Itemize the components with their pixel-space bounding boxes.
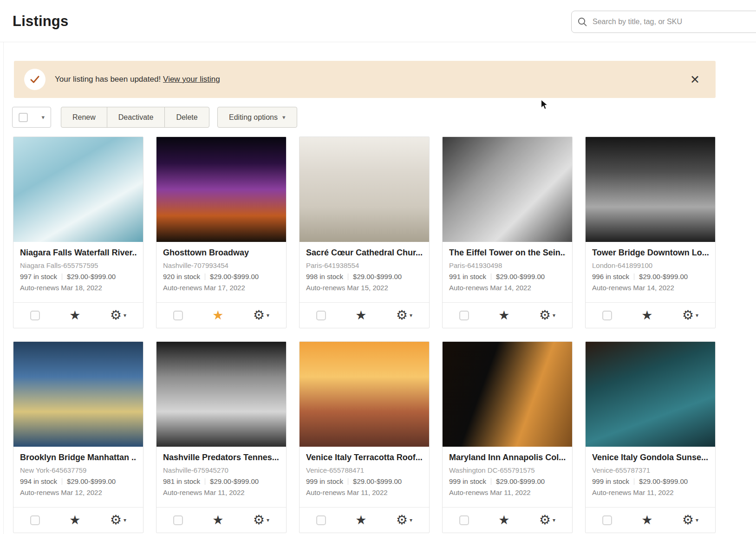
star-icon[interactable]: ★ <box>355 514 366 527</box>
editing-options-button[interactable]: Editing options ▾ <box>217 107 297 128</box>
delete-button[interactable]: Delete <box>164 107 209 128</box>
banner-message: Your listing has been updated!View your … <box>55 75 220 84</box>
deactivate-button[interactable]: Deactivate <box>107 107 165 128</box>
listing-photo[interactable] <box>443 342 572 447</box>
listing-title[interactable]: Ghosttown Broadway <box>163 248 280 258</box>
listing-checkbox[interactable] <box>173 311 183 320</box>
listing-renew-date: Auto-renews Mar 11, 2022 <box>592 488 709 496</box>
listing-title[interactable]: Brooklyn Bridge Manhattan ... <box>20 453 137 462</box>
star-icon[interactable]: ★ <box>641 309 652 322</box>
listing-title[interactable]: Tower Bridge Downtown Lo... <box>592 248 709 258</box>
listing-card: Sacré Cœur Cathedral Chur... Paris-64193… <box>299 137 430 328</box>
listing-checkbox[interactable] <box>602 311 612 320</box>
listing-checkbox[interactable] <box>30 515 40 525</box>
listing-title[interactable]: Maryland Inn Annapolis Col... <box>449 453 566 462</box>
star-icon[interactable]: ★ <box>69 309 80 322</box>
listing-checkbox[interactable] <box>459 515 469 525</box>
listing-sku: Venice-655788471 <box>306 466 423 474</box>
listing-title[interactable]: Niagara Falls Waterfall River... <box>20 248 137 258</box>
listing-renew-date: Auto-renews Mar 18, 2022 <box>20 284 137 292</box>
listing-options-control[interactable]: ⚙ ▾ <box>682 514 698 527</box>
listing-price: $29.00-$999.00 <box>210 477 259 485</box>
star-icon[interactable]: ★ <box>641 514 652 527</box>
listing-title[interactable]: The Eiffel Tower on the Sein... <box>449 248 566 258</box>
star-icon[interactable]: ★ <box>69 514 80 527</box>
search-input[interactable] <box>592 17 756 26</box>
listing-options-control[interactable]: ⚙ ▾ <box>253 514 269 527</box>
listing-checkbox[interactable] <box>316 515 326 525</box>
caret-down-icon: ▾ <box>553 517 555 523</box>
listing-photo[interactable] <box>586 342 715 447</box>
listing-info: Tower Bridge Downtown Lo... London-64189… <box>586 242 715 302</box>
gear-icon[interactable]: ⚙ <box>539 309 551 322</box>
listing-photo[interactable] <box>300 137 429 242</box>
caret-down-icon[interactable]: ▾ <box>41 114 45 120</box>
listing-checkbox[interactable] <box>316 311 326 320</box>
view-listing-link[interactable]: View your listing <box>163 75 220 84</box>
listing-checkbox[interactable] <box>459 311 469 320</box>
listing-stock-row: 991 in stock $29.00-$999.00 <box>449 273 566 280</box>
caret-down-icon: ▾ <box>410 313 412 318</box>
listing-sku: Paris-641930498 <box>449 261 566 269</box>
listing-title[interactable]: Venice Italy Gondola Sunse... <box>592 453 709 462</box>
star-icon[interactable]: ★ <box>498 514 509 527</box>
gear-icon[interactable]: ⚙ <box>253 514 265 527</box>
listing-price: $29.00-$999.00 <box>67 273 116 280</box>
listing-info: Venice Italy Gondola Sunse... Venice-655… <box>586 447 715 507</box>
divider <box>491 274 491 280</box>
listing-photo[interactable] <box>156 137 286 242</box>
caret-down-icon: ▾ <box>696 313 698 318</box>
listing-sku: Nashville-707993454 <box>163 261 280 269</box>
bulk-actions-toolbar: ▾ Renew Deactivate Delete Editing option… <box>0 107 756 128</box>
star-icon[interactable]: ★ <box>212 514 223 527</box>
gear-icon[interactable]: ⚙ <box>253 309 265 322</box>
listing-photo[interactable] <box>13 137 143 242</box>
renew-button[interactable]: Renew <box>61 107 107 128</box>
gear-icon[interactable]: ⚙ <box>396 514 408 527</box>
listing-checkbox[interactable] <box>602 515 612 525</box>
select-all-control[interactable]: ▾ <box>12 107 51 128</box>
listing-title[interactable]: Nashville Predators Tennes... <box>163 453 280 462</box>
listing-options-control[interactable]: ⚙ ▾ <box>539 309 555 322</box>
gear-icon[interactable]: ⚙ <box>110 309 122 322</box>
listing-photo[interactable] <box>13 342 143 447</box>
listing-renew-date: Auto-renews Mar 14, 2022 <box>449 284 566 292</box>
caret-down-icon: ▾ <box>410 517 412 523</box>
listing-title[interactable]: Sacré Cœur Cathedral Chur... <box>306 248 423 258</box>
listing-title[interactable]: Venice Italy Terracotta Roof... <box>306 453 423 462</box>
listing-stock-row: 997 in stock $29.00-$999.00 <box>20 273 137 280</box>
gear-icon[interactable]: ⚙ <box>539 514 551 527</box>
star-icon[interactable]: ★ <box>355 309 366 322</box>
gear-icon[interactable]: ⚙ <box>396 309 408 322</box>
close-icon[interactable]: ✕ <box>688 72 702 87</box>
listing-price: $29.00-$999.00 <box>210 273 259 280</box>
listing-checkbox[interactable] <box>173 515 183 525</box>
listing-options-control[interactable]: ⚙ ▾ <box>110 309 126 322</box>
gear-icon[interactable]: ⚙ <box>682 309 694 322</box>
listing-photo[interactable] <box>443 137 572 242</box>
listing-options-control[interactable]: ⚙ ▾ <box>396 309 412 322</box>
select-all-checkbox[interactable] <box>19 113 28 122</box>
listing-stock-row: 981 in stock $29.00-$999.00 <box>163 477 280 485</box>
listing-stock-row: 994 in stock $29.00-$999.00 <box>20 477 137 485</box>
search-box[interactable] <box>571 11 756 33</box>
listing-card: Ghosttown Broadway Nashville-707993454 9… <box>156 137 287 328</box>
listing-card: Maryland Inn Annapolis Col... Washington… <box>442 341 573 533</box>
listing-options-control[interactable]: ⚙ ▾ <box>539 514 555 527</box>
star-icon[interactable]: ★ <box>498 309 509 322</box>
listing-price: $29.00-$999.00 <box>496 273 545 280</box>
listing-card: Nashville Predators Tennes... Nashville-… <box>156 341 287 533</box>
listing-options-control[interactable]: ⚙ ▾ <box>110 514 126 527</box>
listing-options-control[interactable]: ⚙ ▾ <box>253 309 269 322</box>
listing-photo[interactable] <box>300 342 429 447</box>
star-icon[interactable]: ★ <box>212 309 223 322</box>
listing-sku: London-641899100 <box>592 261 709 269</box>
listing-photo[interactable] <box>156 342 286 447</box>
listing-card: Tower Bridge Downtown Lo... London-64189… <box>585 137 716 328</box>
gear-icon[interactable]: ⚙ <box>682 514 694 527</box>
listing-checkbox[interactable] <box>30 311 40 320</box>
listing-options-control[interactable]: ⚙ ▾ <box>682 309 698 322</box>
listing-photo[interactable] <box>586 137 715 242</box>
listing-options-control[interactable]: ⚙ ▾ <box>396 514 412 527</box>
gear-icon[interactable]: ⚙ <box>110 514 122 527</box>
